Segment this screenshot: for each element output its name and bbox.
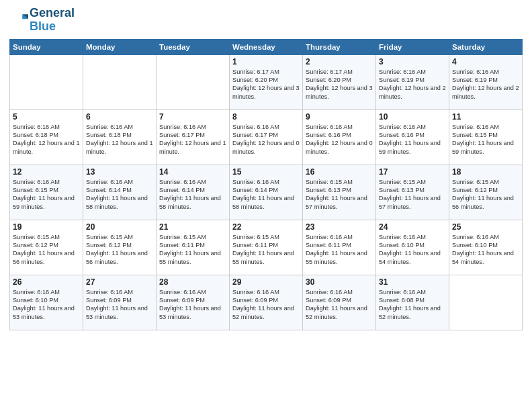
day-info: Sunrise: 6:16 AM Sunset: 6:18 PM Dayligh…	[86, 123, 153, 156]
day-number: 8	[232, 112, 300, 122]
day-number: 20	[86, 222, 153, 232]
day-info: Sunrise: 6:15 AM Sunset: 6:12 PM Dayligh…	[452, 178, 519, 212]
day-info: Sunrise: 6:16 AM Sunset: 6:14 PM Dayligh…	[232, 178, 300, 212]
day-info: Sunrise: 6:16 AM Sunset: 6:08 PM Dayligh…	[379, 288, 446, 322]
day-number: 22	[232, 222, 300, 232]
day-info: Sunrise: 6:16 AM Sunset: 6:17 PM Dayligh…	[232, 123, 300, 156]
day-number: 12	[13, 167, 80, 177]
day-number: 15	[232, 167, 300, 177]
weekday-header-saturday: Saturday	[449, 39, 523, 54]
day-info: Sunrise: 6:16 AM Sunset: 6:09 PM Dayligh…	[159, 288, 226, 322]
day-info: Sunrise: 6:15 AM Sunset: 6:11 PM Dayligh…	[232, 233, 300, 267]
calendar-cell: 13Sunrise: 6:16 AM Sunset: 6:14 PM Dayli…	[83, 165, 157, 220]
svg-rect-3	[9, 19, 22, 30]
calendar-cell: 18Sunrise: 6:15 AM Sunset: 6:12 PM Dayli…	[449, 165, 523, 220]
calendar-cell: 2Sunrise: 6:17 AM Sunset: 6:20 PM Daylig…	[303, 54, 376, 109]
day-number: 26	[13, 277, 80, 287]
calendar-cell: 8Sunrise: 6:16 AM Sunset: 6:17 PM Daylig…	[230, 109, 303, 165]
day-number: 14	[159, 167, 226, 177]
day-number: 19	[13, 222, 80, 232]
calendar-cell: 10Sunrise: 6:16 AM Sunset: 6:16 PM Dayli…	[376, 109, 449, 165]
day-number: 17	[379, 167, 446, 177]
calendar-cell: 26Sunrise: 6:16 AM Sunset: 6:10 PM Dayli…	[10, 275, 83, 330]
calendar-cell	[449, 275, 523, 330]
calendar-header: SundayMondayTuesdayWednesdayThursdayFrid…	[10, 39, 523, 54]
header: General Blue	[9, 7, 523, 34]
calendar-cell: 7Sunrise: 6:16 AM Sunset: 6:17 PM Daylig…	[157, 109, 230, 165]
day-info: Sunrise: 6:16 AM Sunset: 6:15 PM Dayligh…	[452, 123, 519, 156]
day-info: Sunrise: 6:16 AM Sunset: 6:17 PM Dayligh…	[159, 123, 226, 156]
calendar-cell	[157, 54, 230, 109]
calendar-week-4: 19Sunrise: 6:15 AM Sunset: 6:12 PM Dayli…	[10, 220, 523, 275]
day-info: Sunrise: 6:15 AM Sunset: 6:11 PM Dayligh…	[159, 233, 226, 267]
day-info: Sunrise: 6:17 AM Sunset: 6:20 PM Dayligh…	[232, 68, 300, 101]
day-number: 2	[306, 57, 373, 66]
day-number: 30	[306, 277, 373, 287]
day-number: 23	[306, 222, 373, 232]
day-number: 16	[306, 167, 373, 177]
calendar-cell: 30Sunrise: 6:16 AM Sunset: 6:09 PM Dayli…	[303, 275, 376, 330]
weekday-header-thursday: Thursday	[303, 39, 376, 54]
weekday-header-friday: Friday	[376, 39, 449, 54]
logo: General Blue	[9, 7, 75, 34]
day-number: 3	[379, 57, 446, 66]
day-number: 28	[159, 277, 226, 287]
calendar-cell: 15Sunrise: 6:16 AM Sunset: 6:14 PM Dayli…	[230, 165, 303, 220]
day-number: 18	[452, 167, 519, 177]
weekday-header-wednesday: Wednesday	[230, 39, 303, 54]
day-info: Sunrise: 6:16 AM Sunset: 6:11 PM Dayligh…	[306, 233, 373, 267]
calendar-week-2: 5Sunrise: 6:16 AM Sunset: 6:18 PM Daylig…	[10, 109, 523, 165]
calendar-cell: 24Sunrise: 6:16 AM Sunset: 6:10 PM Dayli…	[376, 220, 449, 275]
day-info: Sunrise: 6:16 AM Sunset: 6:19 PM Dayligh…	[379, 68, 446, 101]
calendar-body: 1Sunrise: 6:17 AM Sunset: 6:20 PM Daylig…	[10, 54, 523, 330]
day-info: Sunrise: 6:16 AM Sunset: 6:10 PM Dayligh…	[379, 233, 446, 267]
calendar-cell: 29Sunrise: 6:16 AM Sunset: 6:09 PM Dayli…	[230, 275, 303, 330]
page: General Blue SundayMondayTuesdayWednesda…	[0, 0, 532, 411]
calendar-cell: 14Sunrise: 6:16 AM Sunset: 6:14 PM Dayli…	[157, 165, 230, 220]
day-info: Sunrise: 6:16 AM Sunset: 6:16 PM Dayligh…	[379, 123, 446, 156]
calendar-cell: 27Sunrise: 6:16 AM Sunset: 6:09 PM Dayli…	[83, 275, 157, 330]
day-number: 27	[86, 277, 153, 287]
weekday-header-tuesday: Tuesday	[157, 39, 230, 54]
day-info: Sunrise: 6:16 AM Sunset: 6:09 PM Dayligh…	[232, 288, 300, 322]
calendar-cell: 20Sunrise: 6:15 AM Sunset: 6:12 PM Dayli…	[83, 220, 157, 275]
weekday-header-sunday: Sunday	[10, 39, 83, 54]
calendar-cell	[83, 54, 157, 109]
calendar-week-3: 12Sunrise: 6:16 AM Sunset: 6:15 PM Dayli…	[10, 165, 523, 220]
day-info: Sunrise: 6:16 AM Sunset: 6:19 PM Dayligh…	[452, 68, 519, 101]
calendar-cell: 4Sunrise: 6:16 AM Sunset: 6:19 PM Daylig…	[449, 54, 523, 109]
day-number: 29	[232, 277, 300, 287]
day-number: 1	[232, 57, 300, 66]
day-number: 10	[379, 112, 446, 122]
calendar-cell: 21Sunrise: 6:15 AM Sunset: 6:11 PM Dayli…	[157, 220, 230, 275]
calendar-cell: 31Sunrise: 6:16 AM Sunset: 6:08 PM Dayli…	[376, 275, 449, 330]
day-number: 25	[452, 222, 519, 232]
calendar-cell: 3Sunrise: 6:16 AM Sunset: 6:19 PM Daylig…	[376, 54, 449, 109]
day-number: 6	[86, 112, 153, 122]
calendar-cell: 23Sunrise: 6:16 AM Sunset: 6:11 PM Dayli…	[303, 220, 376, 275]
day-info: Sunrise: 6:16 AM Sunset: 6:10 PM Dayligh…	[13, 288, 80, 322]
weekday-header-monday: Monday	[83, 39, 157, 54]
calendar-cell: 22Sunrise: 6:15 AM Sunset: 6:11 PM Dayli…	[230, 220, 303, 275]
logo-icon	[9, 11, 28, 30]
day-info: Sunrise: 6:16 AM Sunset: 6:15 PM Dayligh…	[13, 178, 80, 212]
day-info: Sunrise: 6:15 AM Sunset: 6:13 PM Dayligh…	[379, 178, 446, 212]
calendar-cell	[10, 54, 83, 109]
calendar-week-5: 26Sunrise: 6:16 AM Sunset: 6:10 PM Dayli…	[10, 275, 523, 330]
day-info: Sunrise: 6:16 AM Sunset: 6:14 PM Dayligh…	[159, 178, 226, 212]
day-info: Sunrise: 6:15 AM Sunset: 6:12 PM Dayligh…	[86, 233, 153, 267]
calendar: SundayMondayTuesdayWednesdayThursdayFrid…	[9, 39, 523, 330]
day-info: Sunrise: 6:16 AM Sunset: 6:14 PM Dayligh…	[86, 178, 153, 212]
calendar-cell: 5Sunrise: 6:16 AM Sunset: 6:18 PM Daylig…	[10, 109, 83, 165]
day-info: Sunrise: 6:15 AM Sunset: 6:12 PM Dayligh…	[13, 233, 80, 267]
day-info: Sunrise: 6:16 AM Sunset: 6:10 PM Dayligh…	[452, 233, 519, 267]
day-info: Sunrise: 6:16 AM Sunset: 6:09 PM Dayligh…	[306, 288, 373, 322]
day-number: 11	[452, 112, 519, 122]
calendar-cell: 19Sunrise: 6:15 AM Sunset: 6:12 PM Dayli…	[10, 220, 83, 275]
calendar-cell: 11Sunrise: 6:16 AM Sunset: 6:15 PM Dayli…	[449, 109, 523, 165]
day-number: 24	[379, 222, 446, 232]
calendar-cell: 1Sunrise: 6:17 AM Sunset: 6:20 PM Daylig…	[230, 54, 303, 109]
calendar-cell: 28Sunrise: 6:16 AM Sunset: 6:09 PM Dayli…	[157, 275, 230, 330]
day-number: 31	[379, 277, 446, 287]
day-number: 5	[13, 112, 80, 122]
